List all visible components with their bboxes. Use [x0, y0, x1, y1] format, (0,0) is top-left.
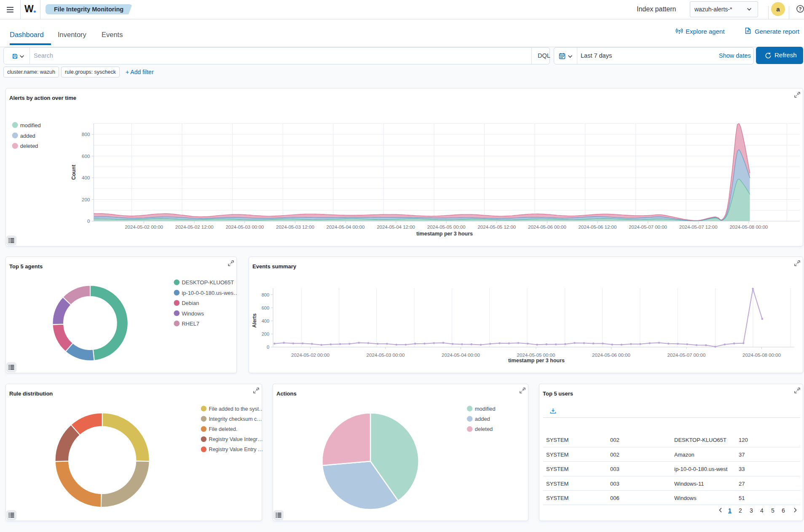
- svg-text:2024-05-04 00:00: 2024-05-04 00:00: [442, 353, 480, 358]
- svg-text:0: 0: [87, 219, 90, 224]
- svg-text:800: 800: [82, 132, 90, 137]
- svg-text:deleted: deleted: [475, 426, 493, 432]
- svg-text:?: ?: [799, 6, 801, 11]
- svg-text:800: 800: [262, 292, 269, 297]
- svg-text:File added to the syst…: File added to the syst…: [209, 406, 263, 412]
- svg-text:400: 400: [262, 318, 269, 323]
- svg-text:2024-05-05 00:00: 2024-05-05 00:00: [517, 353, 555, 358]
- svg-text:Windows: Windows: [182, 310, 204, 317]
- svg-text:2024-05-08 00:00: 2024-05-08 00:00: [742, 353, 781, 358]
- svg-text:timestamp per 3 hours: timestamp per 3 hours: [508, 358, 565, 364]
- svg-text:2024-05-08 00:00: 2024-05-08 00:00: [729, 225, 768, 230]
- svg-text:2024-05-07 00:00: 2024-05-07 00:00: [667, 353, 706, 358]
- svg-text:File deleted.: File deleted.: [209, 426, 237, 432]
- svg-text:2024-05-02 12:00: 2024-05-02 12:00: [175, 225, 214, 230]
- svg-text:Integrity checksum c…: Integrity checksum c…: [209, 416, 262, 422]
- svg-text:2024-05-06 00:00: 2024-05-06 00:00: [528, 225, 566, 230]
- svg-text:2024-05-02 00:00: 2024-05-02 00:00: [291, 353, 330, 358]
- svg-text:2024-05-03 12:00: 2024-05-03 12:00: [276, 225, 314, 230]
- svg-text:Count: Count: [71, 164, 77, 180]
- svg-text:added: added: [20, 133, 35, 139]
- svg-text:2024-05-06 00:00: 2024-05-06 00:00: [592, 353, 630, 358]
- svg-text:deleted: deleted: [20, 143, 38, 149]
- svg-text:400: 400: [82, 175, 90, 180]
- svg-text:2024-05-03 00:00: 2024-05-03 00:00: [367, 353, 405, 358]
- svg-text:600: 600: [82, 154, 90, 159]
- svg-text:2024-05-07 12:00: 2024-05-07 12:00: [679, 225, 718, 230]
- svg-text:timestamp per 3 hours: timestamp per 3 hours: [416, 231, 473, 237]
- svg-text:Registry Value Integr…: Registry Value Integr…: [209, 436, 263, 442]
- svg-text:added: added: [475, 416, 490, 422]
- svg-text:200: 200: [82, 197, 90, 202]
- svg-text:2024-05-07 00:00: 2024-05-07 00:00: [629, 225, 667, 230]
- svg-text:RHEL7: RHEL7: [182, 321, 199, 327]
- svg-text:2024-05-05 00:00: 2024-05-05 00:00: [427, 225, 466, 230]
- svg-text:2024-05-06 12:00: 2024-05-06 12:00: [579, 225, 617, 230]
- svg-text:2024-05-04 12:00: 2024-05-04 12:00: [377, 225, 415, 230]
- svg-text:Debian: Debian: [182, 300, 199, 306]
- svg-text:200: 200: [262, 331, 269, 337]
- svg-text:600: 600: [262, 305, 269, 310]
- svg-text:modified: modified: [475, 406, 496, 412]
- svg-text:2024-05-03 00:00: 2024-05-03 00:00: [225, 225, 264, 230]
- svg-text:Registry Value Entry …: Registry Value Entry …: [209, 446, 263, 452]
- svg-text:Alerts: Alerts: [252, 313, 257, 328]
- svg-text:modified: modified: [20, 122, 41, 128]
- svg-text:DESKTOP-KLUO65T: DESKTOP-KLUO65T: [182, 279, 234, 286]
- svg-text:2024-05-05 12:00: 2024-05-05 12:00: [477, 225, 516, 230]
- svg-text:ip-10-0-0-180.us-wes…: ip-10-0-0-180.us-wes…: [182, 290, 237, 296]
- svg-text:2024-05-04 00:00: 2024-05-04 00:00: [327, 225, 365, 230]
- svg-text:2024-05-02 00:00: 2024-05-02 00:00: [125, 225, 163, 230]
- svg-text:0: 0: [267, 345, 269, 350]
